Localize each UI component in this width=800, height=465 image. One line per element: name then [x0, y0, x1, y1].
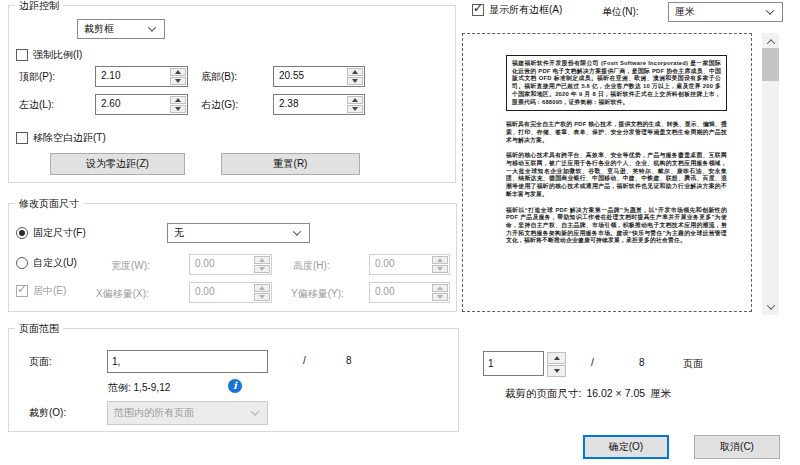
checkbox-icon	[16, 132, 28, 144]
spinner-buttons	[347, 68, 363, 85]
arrow-down-icon	[352, 107, 358, 111]
spin-down-button	[254, 265, 270, 273]
spin-down-button[interactable]	[347, 105, 363, 113]
x-offset-value: 0.00	[190, 283, 253, 302]
arrow-down-icon	[259, 295, 265, 299]
crop-scope-value: 范围内的所有页面	[114, 406, 194, 420]
fixed-size-radio[interactable]: 固定尺寸(F)	[16, 226, 86, 240]
box-type-dropdown[interactable]: 裁剪框	[77, 19, 165, 39]
spin-down-button[interactable]	[170, 105, 186, 113]
spinner-buttons	[254, 256, 270, 273]
preview-page-spinner	[547, 352, 566, 377]
zero-margin-button[interactable]: 设为零边距(Z)	[50, 153, 185, 175]
center-label: 居中(E)	[33, 284, 66, 298]
unit-dropdown[interactable]: 厘米	[668, 2, 783, 22]
cancel-button[interactable]: 取消(C)	[694, 435, 780, 459]
checkmark-icon: ✓	[17, 282, 27, 296]
right-margin-spinner[interactable]: 2.38	[273, 94, 365, 115]
custom-size-label: 自定义(U)	[33, 256, 77, 270]
bottom-margin-spinner[interactable]: 20.55	[273, 66, 365, 87]
preview-pages-label: 页面	[683, 357, 703, 371]
scroll-down-button[interactable]	[762, 299, 779, 314]
preview-total-pages: 8	[639, 357, 645, 368]
preview-paragraph: 福昕具有完全自主产权的 PDF 核心技术，提供文档的生成、转换、显示、编辑、搜索…	[506, 121, 727, 144]
checkbox-checked-icon: ✓	[16, 285, 28, 297]
scroll-up-button[interactable]	[762, 34, 779, 49]
cropped-size-unit: 厘米	[650, 387, 671, 401]
preview-scrollbar[interactable]	[762, 33, 779, 315]
spin-up-button[interactable]	[347, 68, 363, 76]
spin-down-button[interactable]	[347, 77, 363, 85]
spin-down-button	[432, 265, 448, 273]
right-margin-value: 2.38	[274, 95, 346, 114]
spinner-buttons	[347, 96, 363, 113]
fixed-size-value: 无	[174, 226, 184, 240]
radio-dot	[19, 230, 25, 236]
chevron-down-icon	[766, 6, 774, 14]
constrain-ratio-label: 强制比例(I)	[33, 48, 82, 62]
chevron-down-icon	[293, 227, 301, 235]
arrow-down-icon	[175, 107, 181, 111]
arrow-up-icon	[437, 286, 443, 290]
reset-button[interactable]: 重置(R)	[221, 153, 360, 175]
height-spinner: 0.00	[369, 254, 450, 275]
spin-up-button	[432, 284, 448, 292]
top-margin-spinner[interactable]: 2.10	[95, 66, 188, 87]
box-type-value: 裁剪框	[84, 22, 114, 36]
arrow-up-icon	[554, 356, 560, 360]
spinner-buttons	[170, 96, 186, 113]
spin-up-button[interactable]	[170, 68, 186, 76]
arrow-up-icon	[352, 70, 358, 74]
unit-value: 厘米	[675, 5, 695, 19]
preview-paragraph: 福昕的核心技术具有跨平台、高效率、安全等优势，产品与服务覆盖桌面、互联网与移动互…	[506, 152, 727, 198]
left-margin-spinner[interactable]: 2.60	[95, 94, 188, 115]
chevron-down-icon	[251, 407, 259, 415]
page-range-title: 页面范围	[15, 322, 63, 336]
spin-down-button[interactable]	[170, 77, 186, 85]
margin-control-group: 边距控制 裁剪框 强制比例(I) 顶部(P): 2.10 底部(B): 20.5…	[8, 5, 456, 183]
preview-page-input[interactable]	[483, 351, 544, 376]
ok-button[interactable]: 确定(O)	[583, 435, 669, 459]
spin-up-button[interactable]	[170, 96, 186, 104]
example-label: 范例: 1,5-9,12	[108, 381, 170, 395]
arrow-up-icon	[437, 258, 443, 262]
constrain-ratio-checkbox[interactable]: 强制比例(I)	[16, 48, 82, 62]
spin-up-button[interactable]	[347, 96, 363, 104]
checkbox-icon	[16, 49, 28, 61]
page-size-title: 修改页面尺寸	[15, 197, 83, 211]
left-margin-label: 左边(L):	[19, 98, 54, 112]
arrow-down-icon	[554, 369, 560, 373]
bottom-margin-label: 底部(B):	[201, 70, 237, 84]
fixed-size-label: 固定尺寸(F)	[33, 226, 86, 240]
remove-blank-margin-checkbox[interactable]: 移除空白边距(T)	[16, 131, 106, 145]
info-icon[interactable]: i	[228, 379, 242, 393]
page-size-group: 修改页面尺寸 固定尺寸(F) 无 自定义(U) 宽度(W): 0.00 高度(H…	[8, 203, 457, 312]
height-label: 高度(H):	[293, 259, 330, 273]
show-all-boxes-checkbox[interactable]: ✓ 显示所有边框(A)	[472, 3, 562, 17]
x-offset-label: X偏移量(X):	[96, 287, 149, 301]
fixed-size-dropdown[interactable]: 无	[167, 223, 310, 243]
margin-control-title: 边距控制	[15, 0, 63, 13]
spin-up-button	[254, 284, 270, 292]
custom-size-radio[interactable]: 自定义(U)	[16, 256, 77, 270]
height-value: 0.00	[370, 255, 431, 274]
cropped-size-value: 16.02 × 7.05	[586, 387, 645, 401]
crop-box-highlight: 福建福昕软件开发股份有限公司 (Foxit Software Incorpora…	[506, 55, 727, 111]
arrow-down-icon	[175, 79, 181, 83]
radio-selected-icon	[16, 227, 28, 239]
total-pages: 8	[346, 355, 352, 366]
top-margin-label: 顶部(P):	[19, 70, 55, 84]
spin-up-button[interactable]	[547, 352, 566, 364]
page-separator: /	[303, 355, 306, 366]
spin-down-button[interactable]	[547, 365, 566, 377]
chevron-up-icon	[766, 39, 774, 47]
page-range-group: 页面范围 页面: / 8 范例: 1,5-9,12 i 裁剪(O): 范围内的所…	[8, 328, 459, 432]
spin-down-button	[254, 293, 270, 301]
remove-blank-margin-label: 移除空白边距(T)	[33, 131, 106, 145]
cropped-size-line: 裁剪的页面尺寸: 16.02 × 7.05 厘米	[505, 387, 671, 401]
page-range-input[interactable]	[107, 350, 268, 373]
spin-up-button	[254, 256, 270, 264]
cropped-size-label: 裁剪的页面尺寸:	[505, 387, 581, 401]
spinner-buttons	[432, 284, 448, 301]
scrollbar-thumb[interactable]	[762, 48, 779, 81]
